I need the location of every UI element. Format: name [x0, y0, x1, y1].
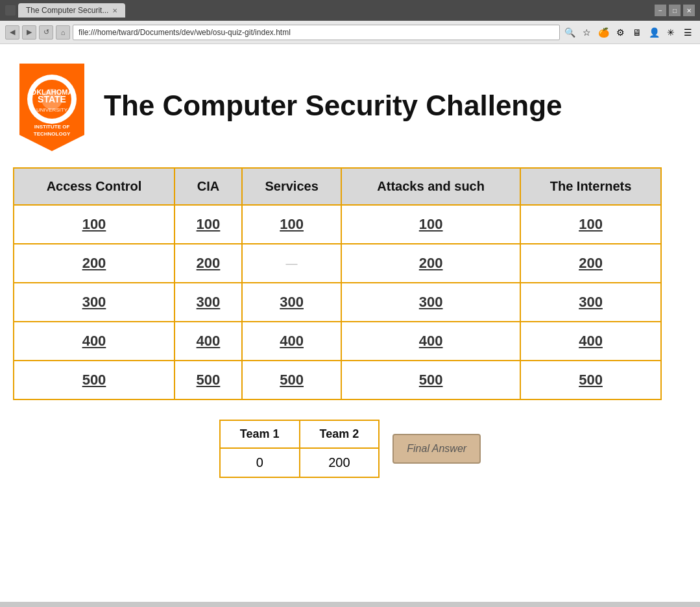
page-title: The Computer Security Challenge [104, 89, 562, 122]
address-bar[interactable] [73, 25, 560, 40]
table-row: 100100100100100 [14, 205, 661, 244]
table-row: 500500500500500 [14, 361, 661, 399]
score-table: Team 1 Team 2 0 200 [219, 420, 380, 478]
monitor-icon[interactable]: 🖥 [630, 25, 644, 40]
team2-label: Team 2 [300, 420, 380, 448]
settings-icon[interactable]: ⚙ [613, 25, 627, 40]
tab-close-icon[interactable]: ✕ [112, 7, 117, 14]
table-cell: 300 [175, 283, 242, 322]
table-row: 400400400400400 [14, 322, 661, 361]
score-section: Team 1 Team 2 0 200 Final Answer [13, 420, 687, 478]
osu-logo: OKLAHOMA STATE UNIVERSITY INSTITUTE OF T… [13, 57, 91, 154]
close-button[interactable]: ✕ [683, 5, 695, 16]
table-cell: 400 [14, 322, 175, 361]
table-cell: 100 [520, 205, 661, 244]
cell-link-4-3[interactable]: 500 [419, 372, 443, 388]
table-cell: 300 [14, 283, 175, 322]
cell-link-2-1[interactable]: 300 [197, 294, 221, 310]
col-header-internets: The Internets [520, 168, 661, 205]
cell-link-1-4[interactable]: 200 [579, 255, 603, 271]
team1-label: Team 1 [220, 420, 300, 448]
table-cell: — [242, 244, 341, 283]
table-cell: 100 [242, 205, 341, 244]
addon-icon[interactable]: ✳ [664, 25, 678, 40]
table-cell: 500 [341, 361, 520, 399]
cell-link-2-4[interactable]: 300 [579, 294, 603, 310]
cell-link-2-3[interactable]: 300 [419, 294, 443, 310]
table-cell: 200 [520, 244, 661, 283]
svg-text:UNIVERSITY: UNIVERSITY [36, 107, 68, 113]
table-cell: 500 [242, 361, 341, 399]
cell-link-3-1[interactable]: 400 [197, 333, 221, 349]
cell-link-4-1[interactable]: 500 [197, 372, 221, 388]
favicon [5, 5, 16, 16]
table-cell: 100 [14, 205, 175, 244]
col-header-cia: CIA [175, 168, 242, 205]
table-row: 300300300300300 [14, 283, 661, 322]
svg-text:INSTITUTE OF: INSTITUTE OF [34, 124, 70, 130]
table-cell: 500 [175, 361, 242, 399]
cell-link-1-1[interactable]: 200 [197, 255, 221, 271]
col-header-services: Services [242, 168, 341, 205]
table-cell: 200 [175, 244, 242, 283]
cell-link-3-0[interactable]: 400 [82, 333, 106, 349]
table-cell: 300 [242, 283, 341, 322]
table-cell: 400 [341, 322, 520, 361]
cell-link-0-0[interactable]: 100 [82, 216, 106, 232]
page-content: OKLAHOMA STATE UNIVERSITY INSTITUTE OF T… [0, 44, 700, 602]
final-answer-button[interactable]: Final Answer [392, 434, 481, 464]
cell-link-4-0[interactable]: 500 [82, 372, 106, 388]
table-cell: 200 [341, 244, 520, 283]
cell-link-0-4[interactable]: 100 [579, 216, 603, 232]
browser-tab[interactable]: The Computer Securit... ✕ [18, 3, 125, 18]
col-header-access-control: Access Control [14, 168, 175, 205]
table-cell: 300 [520, 283, 661, 322]
cell-link-3-2[interactable]: 400 [280, 333, 304, 349]
table-cell: 400 [520, 322, 661, 361]
table-cell: 300 [341, 283, 520, 322]
table-row: 200200—200200 [14, 244, 661, 283]
cell-link-2-0[interactable]: 300 [82, 294, 106, 310]
col-header-attacks: Attacks and such [341, 168, 520, 205]
bookmark-icon[interactable]: ☆ [579, 25, 594, 40]
team1-score: 0 [220, 448, 300, 477]
cell-link-4-2[interactable]: 500 [280, 372, 304, 388]
toolbar-icons: 🔍 ☆ 🍊 ⚙ 🖥 👤 ✳ ☰ [562, 25, 695, 40]
user-icon[interactable]: 👤 [647, 25, 661, 40]
forward-button[interactable]: ▶ [22, 25, 36, 40]
table-cell: 100 [341, 205, 520, 244]
table-cell: 400 [242, 322, 341, 361]
minimize-button[interactable]: − [655, 5, 666, 16]
browser-window: The Computer Securit... ✕ − □ ✕ ◀ ▶ ↺ ⌂ … [0, 0, 700, 44]
search-icon[interactable]: 🔍 [562, 25, 577, 40]
cell-link-0-2[interactable]: 100 [280, 216, 304, 232]
table-cell: 100 [175, 205, 242, 244]
menu-icon[interactable]: 🍊 [596, 25, 610, 40]
hamburger-menu[interactable]: ☰ [681, 25, 695, 40]
cell-link-4-4[interactable]: 500 [579, 372, 603, 388]
page-header: OKLAHOMA STATE UNIVERSITY INSTITUTE OF T… [13, 57, 687, 154]
cell-link-0-3[interactable]: 100 [419, 216, 443, 232]
cell-link-1-0[interactable]: 200 [82, 255, 106, 271]
table-cell: 500 [520, 361, 661, 399]
window-controls: − □ ✕ [655, 5, 695, 16]
logo-container: OKLAHOMA STATE UNIVERSITY INSTITUTE OF T… [13, 57, 91, 154]
maximize-button[interactable]: □ [669, 5, 681, 16]
reload-button[interactable]: ↺ [39, 25, 53, 40]
cell-link-3-3[interactable]: 400 [419, 333, 443, 349]
title-bar: The Computer Securit... ✕ − □ ✕ [0, 0, 700, 21]
tab-title: The Computer Securit... [26, 6, 108, 15]
cell-link-2-2[interactable]: 300 [280, 294, 304, 310]
back-button[interactable]: ◀ [5, 25, 19, 40]
table-cell: 200 [14, 244, 175, 283]
cell-link-0-1[interactable]: 100 [197, 216, 221, 232]
table-cell: 500 [14, 361, 175, 399]
game-board: Access Control CIA Services Attacks and … [13, 167, 662, 400]
cell-link-1-3[interactable]: 200 [419, 255, 443, 271]
table-header-row: Access Control CIA Services Attacks and … [14, 168, 661, 205]
cell-link-3-4[interactable]: 400 [579, 333, 603, 349]
team2-score: 200 [300, 448, 380, 477]
svg-text:TECHNOLOGY: TECHNOLOGY [34, 131, 71, 137]
home-button[interactable]: ⌂ [56, 25, 70, 40]
table-cell: 400 [175, 322, 242, 361]
